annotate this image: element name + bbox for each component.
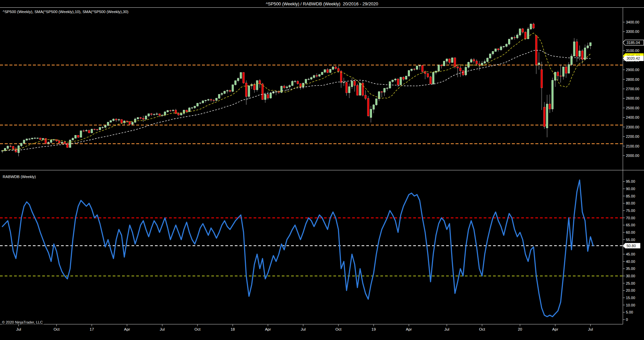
price-tick-label: 3300.00 xyxy=(626,30,639,34)
candle-body xyxy=(199,103,201,103)
candle-body xyxy=(568,65,570,73)
time-tick-label: Oct xyxy=(335,327,342,331)
candle-body xyxy=(294,81,296,81)
candle-body xyxy=(72,138,74,140)
time-axis[interactable]: JulOct17AprJulOct18AprJulOct19AprJulOct2… xyxy=(16,324,593,331)
candle-body xyxy=(422,65,423,71)
candle-body xyxy=(45,138,47,144)
time-tick-label: Apr xyxy=(552,327,558,331)
candle-body xyxy=(264,95,266,100)
candle-body xyxy=(324,70,326,72)
candle-body xyxy=(153,114,155,115)
candle-body xyxy=(58,141,60,143)
candle-body xyxy=(487,58,488,62)
price-tick-label: 2100.00 xyxy=(626,144,639,148)
candle-body xyxy=(511,37,513,39)
osc-tick-label: 10.00 xyxy=(626,303,635,307)
candle-body xyxy=(243,72,245,83)
price-panel-label: ^SP500 (Weekly), SMA(^SP500 (Weekly),10)… xyxy=(3,10,128,14)
candle-body xyxy=(573,42,575,56)
candle-body xyxy=(115,119,117,120)
right-price-axis[interactable]: 2000.002100.002200.002300.002400.002500.… xyxy=(623,20,639,322)
candle-body xyxy=(210,100,212,100)
candle-body xyxy=(386,88,388,89)
candle-body xyxy=(248,86,250,97)
candle-body xyxy=(240,72,242,78)
sma10-line xyxy=(2,33,590,151)
candle-body xyxy=(544,107,545,127)
candle-body xyxy=(319,74,320,76)
candle-body xyxy=(278,92,280,93)
candle-body xyxy=(113,119,114,121)
candle-body xyxy=(126,121,128,122)
candle-body xyxy=(495,49,496,52)
candle-body xyxy=(400,77,401,84)
candle-body xyxy=(530,24,532,29)
candle-body xyxy=(286,87,288,88)
osc-tick-label: 85.00 xyxy=(626,194,635,198)
candle-body xyxy=(397,79,399,85)
candle-body xyxy=(283,86,285,88)
candle-body xyxy=(37,138,39,138)
candle-body xyxy=(484,62,486,63)
candle-body xyxy=(246,83,247,96)
candle-body xyxy=(143,118,144,119)
candle-body xyxy=(332,67,334,69)
candle-body xyxy=(552,80,553,109)
candle-body xyxy=(354,81,356,86)
candle-body xyxy=(316,75,318,76)
candle-body xyxy=(208,100,209,100)
candle-body xyxy=(351,81,353,87)
candle-body xyxy=(348,87,350,93)
candle-body xyxy=(94,129,95,129)
candle-body xyxy=(202,101,204,103)
candle-body xyxy=(492,51,494,54)
oscillator-line xyxy=(2,180,593,317)
candle-body xyxy=(405,76,407,79)
candle-body xyxy=(367,98,369,116)
ninjatrader-chart-window: ^SP500 (Weekly) / RABWDB (Weekly) 20/201… xyxy=(0,0,644,340)
marker-value: 50.80 xyxy=(627,244,636,248)
price-tick-label: 3400.00 xyxy=(626,20,639,24)
osc-tick-label: 75.00 xyxy=(626,209,635,213)
candle-body xyxy=(216,98,217,101)
chart-canvas[interactable]: 2000.002100.002200.002300.002400.002500.… xyxy=(0,0,644,340)
candle-body xyxy=(34,138,36,138)
candle-body xyxy=(571,56,572,64)
price-tick-label: 2400.00 xyxy=(626,115,639,119)
candle-body xyxy=(20,143,22,146)
candle-body xyxy=(579,51,581,56)
candle-body xyxy=(191,108,193,108)
candle-body xyxy=(481,63,483,65)
osc-tick-label: 65.00 xyxy=(626,223,635,227)
copyright-text: © 2020 NinjaTrader, LLC xyxy=(2,320,44,324)
price-tick-label: 2900.00 xyxy=(626,68,639,72)
price-marker-3185.04: 3185.04 xyxy=(623,40,644,45)
osc-tick-label: 35.00 xyxy=(626,267,635,271)
candle-body xyxy=(321,72,323,74)
candle-body xyxy=(18,146,19,153)
candle-body xyxy=(88,130,90,133)
candle-body xyxy=(140,118,142,118)
candle-body xyxy=(270,93,271,98)
candle-body xyxy=(525,32,526,39)
time-tick-label: Apr xyxy=(124,327,130,331)
candle-body xyxy=(254,84,255,90)
candle-body xyxy=(560,76,561,76)
osc-tick-label: 15.00 xyxy=(626,296,635,300)
candle-body xyxy=(256,80,258,90)
candle-body xyxy=(408,70,410,76)
candle-body xyxy=(479,64,480,65)
candle-body xyxy=(489,54,491,58)
candle-body xyxy=(394,79,396,80)
candle-body xyxy=(473,60,475,61)
candle-body xyxy=(262,84,263,100)
price-tick-label: 2700.00 xyxy=(626,87,639,91)
candle-body xyxy=(164,112,166,115)
osc-tick-label: 0 xyxy=(626,318,628,322)
candle-body xyxy=(151,114,152,114)
candle-body xyxy=(229,91,231,92)
candle-body xyxy=(508,39,510,44)
osc-tick-label: 55.00 xyxy=(626,238,635,242)
candle-body xyxy=(362,83,364,95)
